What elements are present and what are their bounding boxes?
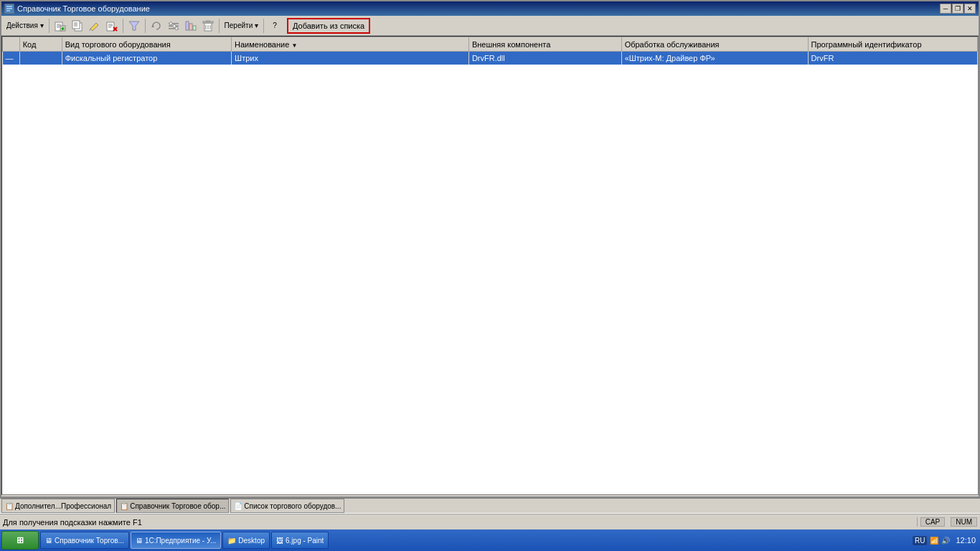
help-btn[interactable]: ? (267, 18, 283, 34)
col-component[interactable]: Внешняя компонента (468, 37, 621, 52)
col-type[interactable]: Вид торгового оборудования (62, 37, 231, 52)
taskbar-right: RU 📶 🔊 12:10 (913, 536, 979, 545)
taskbar-btn-3[interactable]: 🖼 6.jpg - Paint (271, 532, 329, 549)
svg-rect-70 (193, 26, 196, 30)
ref-delete-icon (106, 20, 118, 32)
tray-item-0-icon: 📋 (5, 502, 14, 510)
status-bar: Для получения подсказки нажмите F1 CAP N… (0, 514, 980, 529)
tray-item-1[interactable]: 📋 Справочник Торговое обор... (116, 499, 229, 513)
taskbar-btn-0-label: Справочник Торгов... (55, 537, 124, 545)
taskbar-time: 12:10 (953, 536, 979, 545)
taskbar-btn-1[interactable]: 🖥 1С:Предприятие - У... (131, 532, 221, 549)
ref-minimize-button[interactable]: ─ (940, 4, 951, 14)
col-handler[interactable]: Обработка обслуживания (621, 37, 808, 52)
ref-window-icon (4, 4, 14, 14)
col-name[interactable]: Наименование ▼ (232, 37, 469, 52)
svg-point-65 (169, 22, 172, 24)
svg-marker-61 (151, 24, 154, 27)
actions-button[interactable]: Действия ▾ (4, 18, 46, 34)
row-identifier: DrvFR (808, 52, 977, 65)
start-icon: ⊞ (17, 535, 24, 545)
taskbar-btn-1-icon: 🖥 (136, 537, 143, 545)
svg-marker-60 (129, 22, 139, 30)
status-hint: Для получения подсказки нажмите F1 (3, 518, 142, 527)
ref-refresh-icon (151, 20, 162, 32)
taskbar-btn-3-label: 6.jpg - Paint (286, 537, 324, 545)
ref-settings-button[interactable] (166, 18, 182, 34)
taskbar-btn-0[interactable]: 🖥 Справочник Торгов... (40, 532, 129, 549)
col-marker[interactable] (3, 37, 20, 52)
tray-item-1-icon: 📋 (120, 502, 128, 510)
ref-toolbar: Действия ▾ (1, 16, 979, 36)
ref-restore-button[interactable]: ❐ (952, 4, 963, 14)
svg-rect-54 (107, 22, 114, 31)
ref-delete-button[interactable] (104, 18, 120, 34)
taskbar-btn-2[interactable]: 📁 Desktop (222, 532, 270, 549)
add-from-list-label: Добавить из списка (293, 22, 364, 30)
taskbar-btn-3-icon: 🖼 (276, 537, 283, 545)
ref-refresh-button[interactable] (149, 18, 164, 34)
goto-label: Перейти ▾ (225, 22, 258, 29)
tray-item-2-icon: 📄 (234, 502, 242, 510)
ref-toolbar-sep3 (145, 19, 146, 33)
sort-arrow-icon: ▼ (291, 42, 297, 49)
actions-label: Действия ▾ (6, 22, 44, 29)
row-component: DrvFR.dll (468, 52, 621, 65)
tray-item-2[interactable]: 📄 Список торгового оборудов... (230, 499, 344, 513)
ref-title-bar: Справочник Торговое оборудование ─ ❐ ✕ (1, 1, 979, 16)
help-label: ? (273, 22, 277, 29)
ref-filter-button[interactable] (126, 18, 142, 34)
ref-copy-button[interactable] (70, 18, 85, 34)
taskbar: ⊞ 🖥 Справочник Торгов... 🖥 1С:Предприяти… (0, 529, 980, 551)
taskbar-btn-1-label: 1С:Предприятие - У... (145, 537, 216, 545)
network-icon: 📶 (930, 537, 938, 545)
ref-window: Справочник Торговое оборудование ─ ❐ ✕ Д… (0, 0, 980, 498)
tray-bar: 📋 Дополнител...Профессионал 📋 Справочник… (0, 498, 980, 514)
num-indicator: NUM (951, 517, 977, 527)
col-identifier[interactable]: Программный идентификатор (808, 37, 977, 52)
add-from-list-button[interactable]: Добавить из списка (287, 18, 370, 34)
start-button[interactable]: ⊞ (1, 531, 39, 550)
row-name: Штрих (232, 52, 469, 65)
table-container: Код Вид торгового оборудования Наименова… (1, 36, 979, 495)
status-right: CAP NUM (917, 517, 977, 527)
row-handler: «Штрих-М: Драйвер ФР» (621, 52, 808, 65)
svg-rect-69 (189, 24, 192, 30)
goto-button[interactable]: Перейти ▾ (222, 18, 260, 34)
ref-title-text: Справочник Торговое оборудование (17, 4, 150, 13)
outer-window: Справочник Торговое оборудование ─ ❐ ✕ Д… (0, 0, 980, 498)
taskbar-btn-2-label: Desktop (238, 537, 265, 545)
ref-add-button[interactable] (52, 18, 68, 34)
data-table: Код Вид торгового оборудования Наименова… (2, 37, 978, 65)
ref-copy-icon (72, 20, 83, 32)
taskbar-btn-2-icon: 📁 (227, 537, 236, 545)
ref-settings2-button[interactable] (183, 18, 199, 34)
ref-edit-button[interactable] (87, 18, 103, 34)
volume-icon: 🔊 (941, 537, 950, 545)
cap-indicator: CAP (920, 517, 946, 527)
taskbar-lang: RU (913, 536, 927, 545)
col-code[interactable]: Код (19, 37, 62, 52)
ref-delete2-icon (202, 20, 214, 32)
svg-rect-68 (186, 22, 189, 30)
tray-item-2-label: Список торгового оборудов... (244, 502, 341, 510)
svg-line-53 (90, 29, 90, 31)
ref-delete2-button[interactable] (200, 18, 216, 34)
col-name-label: Наименование (235, 40, 289, 49)
ref-toolbar-sep4 (219, 19, 220, 33)
ref-add-icon (55, 20, 66, 32)
row-marker: — (3, 52, 20, 65)
taskbar-btn-0-icon: 🖥 (45, 537, 52, 545)
ref-settings-icon (168, 20, 179, 32)
ref-title-bar-buttons: ─ ❐ ✕ (940, 4, 976, 14)
ref-close-button[interactable]: ✕ (964, 4, 976, 14)
ref-toolbar-sep5 (263, 19, 264, 33)
tray-item-1-label: Справочник Торговое обор... (130, 502, 225, 510)
tray-item-0[interactable]: 📋 Дополнител...Профессионал (1, 499, 115, 513)
table-row[interactable]: — Фискальный регистратор Штрих DrvFR.dll… (3, 52, 978, 65)
ref-settings2-icon (185, 20, 197, 32)
svg-rect-73 (207, 21, 209, 22)
row-code (19, 52, 62, 65)
svg-point-66 (173, 24, 176, 27)
svg-point-67 (175, 27, 178, 29)
